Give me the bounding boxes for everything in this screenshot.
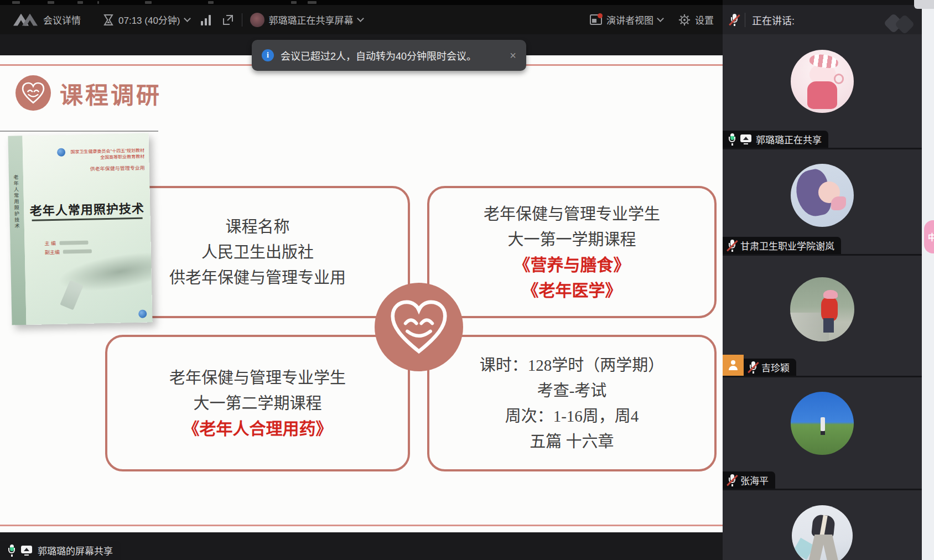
settings-label: 设置 bbox=[695, 13, 714, 27]
notification-dot bbox=[598, 13, 603, 18]
background-window-strip bbox=[0, 0, 723, 5]
participant-name-badge: 郭璐璐正在共享 bbox=[723, 131, 828, 148]
publisher-logo-icon bbox=[138, 310, 147, 318]
chevron-down-icon bbox=[357, 15, 364, 22]
avatar bbox=[790, 277, 854, 341]
header-divider bbox=[745, 13, 745, 27]
heart-smiley-icon bbox=[15, 75, 51, 111]
mic-muted-icon bbox=[730, 14, 738, 26]
meeting-details-button[interactable]: 会议详情 bbox=[13, 13, 81, 27]
settings-button[interactable]: 设置 bbox=[678, 13, 714, 27]
participant-tile-guolulu[interactable]: 郭璐璐正在共享 bbox=[723, 34, 922, 148]
box-highlight-line: 《营养与膳食》 bbox=[514, 252, 630, 278]
box-line: 周次：1-16周，周4 bbox=[505, 403, 639, 429]
meeting-limit-toast: i 会议已超过2人，自动转为40分钟限时会议。 × bbox=[252, 40, 526, 71]
meeting-details-label: 会议详情 bbox=[43, 13, 81, 27]
layout-view-icon bbox=[590, 14, 602, 25]
box-line: 考查-考试 bbox=[537, 378, 607, 403]
slide-title: 课程调研 bbox=[60, 76, 162, 110]
screen-share-status-text: 郭璐璐的屏幕共享 bbox=[38, 543, 113, 557]
speaker-view-label: 演讲者视图 bbox=[606, 13, 653, 27]
participant-tile-jizhenying[interactable]: 吉珍颖 bbox=[723, 256, 922, 376]
participant-name: 甘肃卫生职业学院谢岚 bbox=[740, 238, 834, 252]
book-editor-label: 主 编 bbox=[44, 241, 56, 246]
chevron-down-icon bbox=[184, 15, 191, 22]
speaking-label: 正在讲话: bbox=[752, 13, 795, 27]
center-heart-smiley-icon bbox=[375, 283, 463, 371]
avatar bbox=[791, 164, 854, 227]
box-line: 五篇 十六章 bbox=[530, 429, 614, 454]
sharing-status-label: 郭璐璐正在共享屏幕 bbox=[269, 13, 354, 27]
meeting-timer: 07:13 (40分钟) bbox=[118, 13, 180, 27]
ime-language-badge[interactable]: 中 bbox=[924, 220, 934, 253]
host-person-badge bbox=[723, 355, 744, 376]
speaking-header: 正在讲话: bbox=[723, 5, 922, 34]
participant-tiles: 郭璐璐正在共享 甘肃卫生职业学院谢岚 bbox=[723, 34, 922, 560]
chevron-down-icon bbox=[657, 15, 664, 22]
open-external-icon bbox=[222, 14, 234, 26]
background-window-edge bbox=[922, 0, 934, 560]
avatar bbox=[792, 505, 853, 560]
book-deputy-editor-label: 副主编 bbox=[45, 250, 60, 256]
box-line: 课程名称 bbox=[225, 214, 289, 240]
toast-message: 会议已超过2人，自动转为40分钟限时会议。 bbox=[281, 48, 476, 63]
meeting-app-logo-icon bbox=[13, 13, 39, 27]
screen-share-icon bbox=[21, 545, 32, 557]
slide-box-semester2: 老年保健与管理专业学生 大一第二学期课程 《老年人合理用药》 bbox=[105, 335, 410, 471]
slide-box-semester1: 老年保健与管理专业学生 大一第一学期课程 《营养与膳食》 《老年医学》 bbox=[427, 186, 717, 318]
book-spine-title: 老年人常用照护技术 bbox=[12, 174, 23, 325]
toast-close-button[interactable]: × bbox=[510, 49, 516, 62]
book-title: 老年人常用照护技术 bbox=[29, 199, 145, 219]
box-highlight-line: 《老年人合理用药》 bbox=[183, 416, 333, 442]
background-window-tab bbox=[914, 0, 934, 9]
mic-muted-icon bbox=[728, 240, 736, 252]
participant-name: 吉珍颖 bbox=[761, 360, 790, 374]
hourglass-icon bbox=[103, 14, 114, 26]
mic-live-icon bbox=[728, 133, 736, 146]
app-watermark-logo bbox=[883, 13, 919, 35]
box-line: 供老年保健与管理专业用 bbox=[169, 265, 346, 291]
box-line: 老年保健与管理专业学生 bbox=[169, 365, 346, 391]
meeting-timer-button[interactable]: 07:13 (40分钟) bbox=[103, 13, 190, 27]
participant-name: 张海平 bbox=[740, 473, 769, 487]
screen-share-status-badge: 郭璐璐的屏幕共享 bbox=[0, 541, 121, 560]
slide-box-schedule: 课时：128学时（两学期） 考查-考试 周次：1-16周，周4 五篇 十六章 bbox=[427, 335, 717, 471]
popout-button[interactable] bbox=[222, 14, 234, 26]
speaker-view-button[interactable]: 演讲者视图 bbox=[590, 13, 663, 27]
box-line: 人民卫生出版社 bbox=[201, 240, 314, 265]
avatar bbox=[791, 50, 854, 113]
box-line: 老年保健与管理专业学生 bbox=[484, 201, 660, 227]
box-line: 课时：128学时（两学期） bbox=[480, 352, 665, 378]
meeting-window: 会议详情 07:13 (40分钟) bbox=[0, 0, 934, 560]
participant-name-badge: 张海平 bbox=[723, 471, 775, 489]
meeting-toolbar: 会议详情 07:13 (40分钟) bbox=[0, 5, 723, 34]
shared-screen-area: 课程调研 课程名称 人民卫生出版社 供老年保健与管理专业用 老年保健与管理专业学… bbox=[0, 34, 723, 560]
box-line: 大一第二学期课程 bbox=[193, 391, 321, 416]
ime-language-label: 中 bbox=[928, 232, 934, 242]
participant-tile-xielan[interactable]: 甘肃卫生职业学院谢岚 bbox=[723, 149, 922, 254]
signal-bars-icon bbox=[201, 14, 211, 25]
participant-name-badge: 甘肃卫生职业学院谢岚 bbox=[723, 237, 841, 254]
slide-bottom-rule bbox=[0, 525, 723, 526]
sharer-avatar bbox=[250, 13, 264, 27]
network-quality-button[interactable] bbox=[201, 14, 211, 25]
avatar bbox=[791, 392, 854, 455]
title-divider bbox=[0, 131, 158, 132]
participants-sidebar: 正在讲话: 郭璐璐正在共享 甘肃卫生职业学 bbox=[723, 0, 922, 560]
toolbar-divider bbox=[242, 13, 242, 27]
mic-muted-icon bbox=[749, 361, 757, 374]
sharing-status-button[interactable]: 郭璐璐正在共享屏幕 bbox=[250, 13, 363, 27]
mic-live-icon bbox=[8, 545, 15, 557]
publisher-logo-icon bbox=[57, 148, 65, 157]
textbook-cover-image: 老年人常用照护技术 国家卫生健康委员会"十四五"规划教材 全国高等职业教育教材 … bbox=[8, 133, 152, 325]
gear-icon bbox=[678, 14, 691, 26]
box-line: 大一第一学期课程 bbox=[507, 227, 636, 252]
mic-muted-icon bbox=[728, 474, 736, 486]
person-icon bbox=[728, 360, 738, 370]
screen-share-icon bbox=[740, 133, 751, 146]
participant-tile-zhanghaiping[interactable]: 张海平 bbox=[723, 377, 922, 489]
participant-tile-partial[interactable] bbox=[723, 490, 922, 560]
participant-name-badge: 吉珍颖 bbox=[744, 359, 796, 376]
book-series-line: 供老年保健与管理专业用 bbox=[71, 164, 145, 173]
participant-name: 郭璐璐正在共享 bbox=[756, 132, 822, 146]
